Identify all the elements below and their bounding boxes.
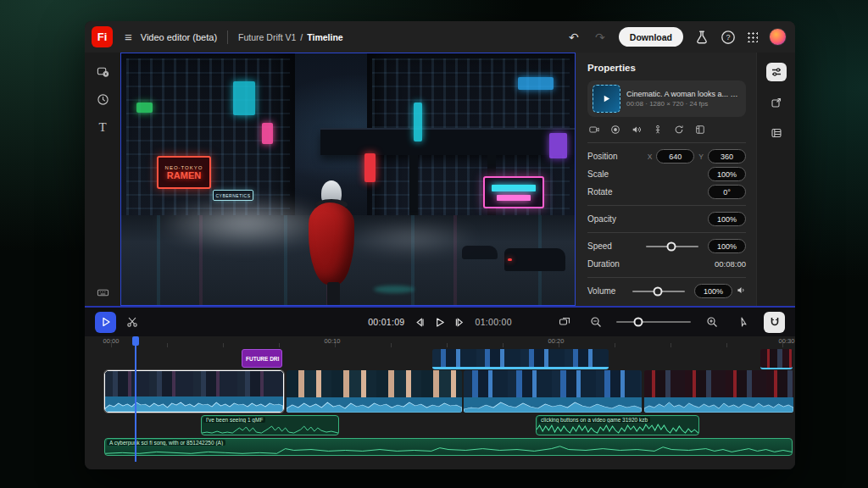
volume-label: Volume xyxy=(587,286,615,296)
x-axis-label: X xyxy=(648,152,653,161)
club-neon-sign xyxy=(483,176,544,208)
scale-input[interactable]: 100% xyxy=(708,167,746,181)
download-button[interactable]: Download xyxy=(619,27,683,47)
speed-slider[interactable] xyxy=(646,246,698,247)
select-tool-button[interactable] xyxy=(95,312,116,333)
speaker-icon[interactable] xyxy=(632,125,642,135)
neon-sign-pink xyxy=(262,123,273,144)
hamburger-menu-icon[interactable]: ≡ xyxy=(125,30,132,44)
position-x-input[interactable]: 640 xyxy=(656,149,694,164)
speed-row: Speed 100% xyxy=(587,237,746,255)
left-toolbar: T xyxy=(85,53,120,306)
position-row: Position X 640 Y 360 xyxy=(587,147,746,165)
woman-legs xyxy=(327,282,340,306)
help-icon[interactable]: ? xyxy=(721,30,736,45)
sfx-clip-2[interactable]: clicking buttons on a video game 31920 k… xyxy=(536,415,699,435)
neon-sign-purple xyxy=(549,133,567,158)
music-clip[interactable]: A cyberpunk sci fi song, with or 8512422… xyxy=(104,438,793,456)
media-panel-icon[interactable] xyxy=(766,124,787,142)
record-icon[interactable] xyxy=(610,125,620,135)
breadcrumb-project[interactable]: Future Drift V1 xyxy=(238,32,296,42)
app-title: Video editor (beta) xyxy=(141,32,217,42)
breadcrumb: Future Drift V1 / Timeline xyxy=(238,32,343,42)
ruler-tick-label: 00:10 xyxy=(325,337,341,345)
zoom-in-icon[interactable] xyxy=(701,312,722,333)
video-clip-2[interactable] xyxy=(287,370,462,413)
scale-label: Scale xyxy=(587,169,609,179)
speed-input[interactable]: 100% xyxy=(708,239,746,253)
neon-sign-cyan-vertical xyxy=(414,103,422,141)
right-toolbar xyxy=(756,53,795,306)
video-clip-4[interactable] xyxy=(644,370,793,413)
cut-tool-button[interactable] xyxy=(121,312,142,333)
user-avatar[interactable] xyxy=(769,28,787,46)
rotate-input[interactable]: 0° xyxy=(708,185,746,199)
breadcrumb-page[interactable]: Timeline xyxy=(307,32,342,42)
properties-panel-icon[interactable] xyxy=(766,63,787,81)
text-tool-icon[interactable]: T xyxy=(96,120,109,134)
history-icon[interactable] xyxy=(96,92,109,106)
ruler-tick-label: 00:30 xyxy=(779,337,795,345)
title-clip[interactable]: FUTURE DRI xyxy=(242,349,282,368)
step-back-icon[interactable] xyxy=(415,317,426,328)
woman-red-cape xyxy=(309,202,354,285)
timeline-panel[interactable]: 00:00 00:10 00:20 00:30 FUTURE DRI I'v xyxy=(85,336,795,469)
duration-label: Duration xyxy=(587,259,620,269)
undo-icon[interactable]: ↶ xyxy=(566,30,581,45)
neon-sign-green xyxy=(136,103,153,113)
opacity-input[interactable]: 100% xyxy=(708,212,746,226)
overlay-video-clip[interactable] xyxy=(432,349,609,369)
zoom-out-icon[interactable] xyxy=(585,312,606,333)
position-label: Position xyxy=(587,152,618,161)
flip-board-icon[interactable] xyxy=(695,125,705,135)
video-clip-3[interactable] xyxy=(464,370,642,413)
mute-speaker-icon[interactable] xyxy=(737,286,746,297)
person-pose-icon[interactable] xyxy=(653,125,663,135)
magnet-snap-icon[interactable] xyxy=(764,312,785,333)
play-icon[interactable] xyxy=(435,317,446,328)
clip-action-icons xyxy=(589,125,744,135)
sfx-clip-1[interactable]: I've been seeing 1 gMF xyxy=(201,415,339,435)
position-y-input[interactable]: 360 xyxy=(708,149,746,164)
timeline-zoom-slider[interactable] xyxy=(616,321,691,323)
ramen-sign-main-text: RAMEN xyxy=(167,170,201,180)
duration-row: Duration 00:08:00 xyxy=(587,255,746,273)
total-timecode: 01:00:00 xyxy=(476,317,512,327)
volume-input[interactable]: 100% xyxy=(694,284,732,298)
video-clip-1-selected[interactable] xyxy=(104,370,284,413)
camera-icon[interactable] xyxy=(589,125,599,135)
clip-thumbnail xyxy=(593,85,620,113)
step-forward-icon[interactable] xyxy=(455,317,466,328)
rotate-row: Rotate 0° xyxy=(587,183,746,201)
top-bar: Fi ≡ Video editor (beta) Future Drift V1… xyxy=(85,21,795,53)
overlay-video-clip-2[interactable] xyxy=(760,349,793,369)
redo-icon[interactable]: ↷ xyxy=(593,30,608,45)
scale-row: Scale 100% xyxy=(587,165,746,183)
cursor-snap-icon[interactable] xyxy=(732,312,754,333)
apps-grid-icon[interactable] xyxy=(747,31,758,42)
volume-slider[interactable] xyxy=(632,291,685,292)
divider xyxy=(227,30,228,44)
neon-sign-cyan xyxy=(233,81,255,115)
export-share-icon[interactable] xyxy=(766,93,787,112)
refresh-icon[interactable] xyxy=(674,125,684,135)
ramen-sign: NEO-TOKYO RAMEN xyxy=(157,156,211,189)
keyboard-shortcuts-icon[interactable] xyxy=(96,286,109,299)
app-window: Fi ≡ Video editor (beta) Future Drift V1… xyxy=(85,21,795,469)
svg-text:?: ? xyxy=(726,33,730,42)
playhead[interactable] xyxy=(135,336,136,462)
firefly-logo[interactable]: Fi xyxy=(92,26,113,47)
beaker-icon[interactable] xyxy=(694,30,709,45)
ruler-tick-label: 00:00 xyxy=(103,337,120,345)
selected-clip-card[interactable]: Cinematic. A woman looks a... v.ffgenvid… xyxy=(587,80,746,117)
fit-timeline-icon[interactable] xyxy=(554,312,575,333)
video-preview-canvas[interactable]: NEO-TOKYO RAMEN CYBERNETICS xyxy=(120,53,576,306)
media-settings-icon[interactable] xyxy=(96,64,109,78)
timeline-ruler[interactable]: 00:00 00:10 00:20 00:30 xyxy=(85,336,795,347)
opacity-row: Opacity 100% xyxy=(587,210,746,228)
neon-sign-red-vertical xyxy=(364,153,376,182)
clip-name: Cinematic. A woman looks a... v.ffgenvid xyxy=(626,90,741,98)
duration-value: 00:08:00 xyxy=(715,259,746,269)
current-timecode: 00:01:09 xyxy=(368,317,404,327)
overpass-bridge xyxy=(320,128,575,155)
